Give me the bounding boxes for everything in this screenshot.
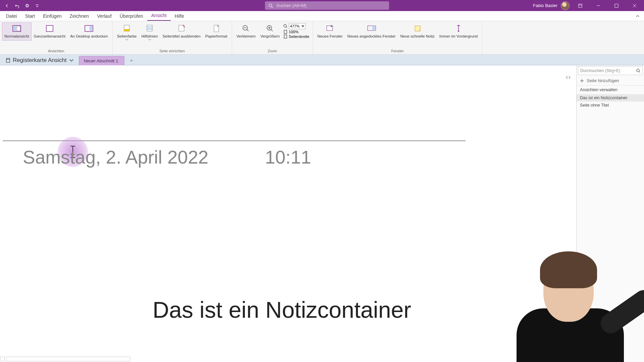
svg-point-19 — [284, 24, 286, 27]
pane-search-input[interactable]: Durchsuchen (Strg+E) — [578, 66, 643, 75]
ribbon-tab-ansicht[interactable]: Ansicht — [147, 11, 171, 21]
add-section-button[interactable]: + — [126, 56, 136, 65]
ribbon-tab-verlauf[interactable]: Verlauf — [93, 11, 116, 21]
zoom-pagewidth-button[interactable]: Seitenbreite — [283, 35, 309, 39]
ribbon-display-button[interactable] — [573, 0, 588, 11]
ribbon-tab-start[interactable]: Start — [21, 11, 39, 21]
page-width-icon — [283, 35, 287, 39]
page-item[interactable]: Seite ohne Titel — [577, 102, 644, 109]
add-page-label: Seite hinzufügen — [587, 78, 619, 83]
svg-point-26 — [458, 31, 459, 32]
hide-title-button[interactable]: Seitentitel ausblenden — [160, 22, 203, 41]
ribbon-tab-zeichnen[interactable]: Zeichnen — [66, 11, 93, 21]
status-cell[interactable] — [0, 357, 5, 361]
new-window-icon — [325, 24, 335, 33]
svg-rect-13 — [124, 29, 129, 31]
quick-note-button[interactable]: Neue schnelle Notiz — [398, 22, 437, 41]
section-bar: Registerkarte Ansicht Neuer Abschnitt 1 … — [0, 55, 644, 65]
ribbon-tab-ueberpruefen[interactable]: Überprüfen — [116, 11, 147, 21]
dock-view-button[interactable]: An Desktop andocken — [68, 22, 110, 41]
main-area: Samstag, 2. April 2022 10:11 Das ist ein… — [0, 65, 644, 362]
new-docked-window-button[interactable]: Neues angedocktes Fenster — [345, 22, 398, 41]
ribbon-tab-hilfe[interactable]: Hilfe — [171, 11, 188, 21]
pane-header[interactable]: Ansichten verwalten — [577, 85, 644, 94]
undo-button[interactable] — [13, 2, 21, 9]
hide-title-icon — [176, 24, 187, 33]
page-color-icon — [121, 24, 132, 33]
page-pane: Durchsuchen (Strg+E) Seite hinzufügen An… — [576, 65, 644, 362]
svg-rect-8 — [17, 26, 20, 31]
ribbon-tab-einfuegen[interactable]: Einfügen — [39, 11, 65, 21]
ribbon-group-label-zoom: Zoom — [234, 48, 311, 54]
notebook-dropdown[interactable]: Registerkarte Ansicht — [3, 56, 77, 65]
svg-point-1 — [26, 5, 27, 5]
status-cell[interactable] — [6, 357, 130, 361]
ribbon: Normalansicht Ganzseitenansicht An Deskt… — [0, 21, 644, 55]
zoom-in-label: Vergrößern — [260, 34, 280, 39]
zoom-value-row[interactable]: 477% — [283, 23, 309, 29]
ribbon-group-label-fenster: Fenster — [315, 48, 480, 54]
ribbon-tab-datei[interactable]: Datei — [2, 11, 21, 21]
svg-rect-7 — [13, 26, 16, 31]
qat-customize-button[interactable] — [34, 2, 41, 9]
zoom-out-icon — [240, 24, 251, 33]
page-color-label: Seitenfarbe — [117, 34, 137, 39]
chevron-down-icon — [148, 39, 151, 41]
zoom-lens-icon — [283, 24, 287, 28]
paper-size-icon — [211, 24, 222, 33]
zoom-in-button[interactable]: Vergrößern — [258, 22, 282, 41]
svg-rect-9 — [46, 25, 53, 32]
rule-lines-button[interactable]: Hilfslinien — [139, 22, 160, 42]
close-button[interactable] — [627, 0, 642, 11]
zoom-value-input[interactable]: 477% — [289, 23, 306, 29]
normal-view-icon — [11, 24, 22, 33]
maximize-button[interactable] — [609, 0, 624, 11]
collapse-ribbon-button[interactable] — [635, 14, 640, 20]
expand-page-button[interactable] — [566, 75, 572, 81]
titlebar: Das ist ein Notizcontainer - OneNote Suc… — [0, 0, 644, 11]
dock-view-icon — [84, 24, 94, 33]
minimize-button[interactable] — [591, 0, 606, 11]
user-avatar[interactable] — [561, 1, 570, 10]
always-on-top-label: Immer im Vordergrund — [439, 34, 478, 39]
zoom-100-button[interactable]: 100% — [283, 30, 309, 34]
paper-size-button[interactable]: Papierformat — [203, 22, 230, 41]
ribbon-group-fenster: Neues Fenster Neues angedocktes Fenster … — [313, 21, 482, 54]
dock-view-label: An Desktop andocken — [70, 34, 108, 39]
paper-size-label: Papierformat — [205, 34, 227, 39]
svg-rect-24 — [372, 26, 375, 30]
user-name[interactable]: Fabio Basler — [533, 3, 557, 8]
new-docked-window-icon — [366, 24, 377, 33]
search-box[interactable]: Suchen (Alt+M) — [265, 1, 389, 10]
fullpage-view-button[interactable]: Ganzseitenansicht — [32, 22, 68, 41]
section-tab[interactable]: Neuer Abschnitt 1 — [79, 56, 125, 65]
new-docked-window-label: Neues angedocktes Fenster — [347, 34, 396, 39]
page-item[interactable]: Das ist ein Notizcontainer — [577, 94, 644, 102]
svg-rect-22 — [327, 26, 333, 31]
add-page-button[interactable]: Seite hinzufügen — [577, 76, 644, 85]
fullpage-view-icon — [44, 24, 55, 33]
normal-view-label: Normalansicht — [4, 34, 29, 39]
zoom-100-label: 100% — [289, 30, 299, 34]
page-color-button[interactable]: Seitenfarbe — [115, 22, 139, 42]
notebook-label: Registerkarte Ansicht — [13, 57, 67, 64]
svg-point-28 — [637, 69, 639, 72]
page-time[interactable]: 10:11 — [265, 146, 311, 168]
normal-view-button[interactable]: Normalansicht — [2, 22, 32, 41]
zoom-out-button[interactable]: Verkleinern — [234, 22, 258, 41]
ribbon-group-label-seite-einrichten: Seite einrichten — [115, 48, 230, 54]
page-canvas[interactable]: Samstag, 2. April 2022 10:11 Das ist ein… — [0, 65, 576, 362]
back-button[interactable] — [3, 2, 11, 9]
new-window-button[interactable]: Neues Fenster — [315, 22, 345, 41]
search-icon — [636, 69, 640, 73]
notebook-icon — [5, 58, 11, 63]
quick-note-icon — [412, 24, 423, 33]
note-container-text[interactable]: Das ist ein Notizcontainer — [153, 297, 411, 323]
plus-icon — [580, 79, 584, 83]
always-on-top-icon — [453, 24, 464, 33]
page-date[interactable]: Samstag, 2. April 2022 — [23, 146, 208, 168]
hide-title-label: Seitentitel ausblenden — [163, 34, 201, 39]
always-on-top-button[interactable]: Immer im Vordergrund — [437, 22, 480, 41]
touch-mode-button[interactable] — [23, 2, 31, 9]
svg-rect-20 — [284, 30, 287, 34]
